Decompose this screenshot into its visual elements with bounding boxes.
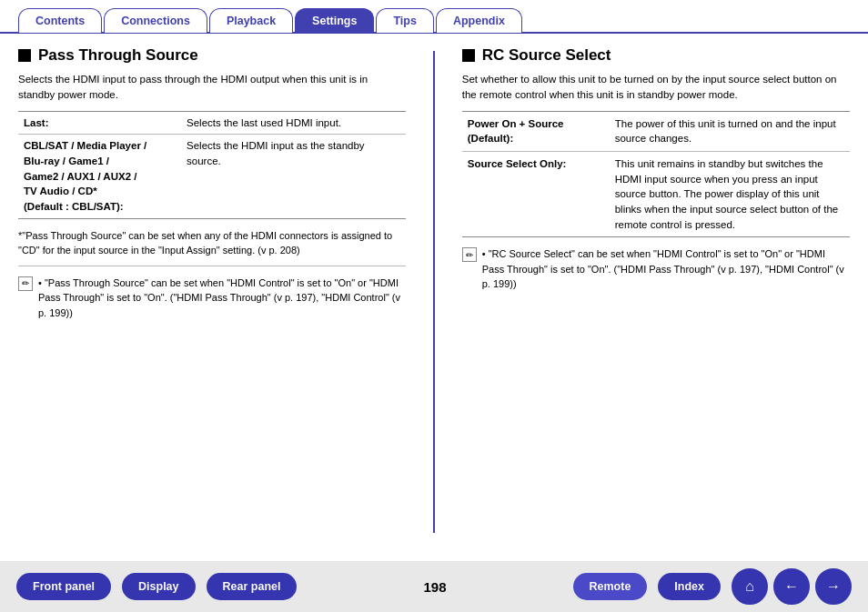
right-section-title: RC Source Select: [482, 46, 611, 65]
table-cell-value: Selects the last used HDMI input.: [181, 111, 406, 135]
remote-button[interactable]: Remote: [573, 573, 648, 600]
rc-table-cell-label: Source Select Only:: [462, 151, 610, 236]
nav-tabs: Contents Connections Playback Settings T…: [0, 0, 868, 34]
rc-table-cell-label: Power On + Source(Default):: [462, 111, 610, 151]
table-cell-value: Selects the HDMI input as the standby so…: [181, 135, 406, 218]
table-row: CBL/SAT / Media Player /Blu-ray / Game1 …: [18, 135, 406, 218]
right-section-desc: Set whether to allow this unit to be tur…: [462, 72, 850, 104]
tab-connections[interactable]: Connections: [104, 8, 207, 33]
front-panel-button[interactable]: Front panel: [16, 573, 111, 600]
rc-table-cell-value: This unit remains in standby but switche…: [610, 151, 850, 236]
tab-tips[interactable]: Tips: [376, 8, 433, 33]
table-cell-label: CBL/SAT / Media Player /Blu-ray / Game1 …: [18, 135, 181, 218]
tab-appendix[interactable]: Appendix: [436, 8, 522, 33]
tab-settings[interactable]: Settings: [295, 8, 374, 33]
table-row: Source Select Only: This unit remains in…: [462, 151, 850, 236]
tab-contents[interactable]: Contents: [18, 8, 102, 33]
pencil-symbol-right: ✏: [462, 247, 477, 262]
page-number: 198: [308, 579, 561, 595]
display-button[interactable]: Display: [122, 573, 195, 600]
section-square-icon: [18, 49, 31, 62]
tab-playback[interactable]: Playback: [209, 8, 293, 33]
left-pencil-note: ✏ • "Pass Through Source" can be set whe…: [18, 276, 406, 321]
table-cell-label: Last:: [18, 111, 181, 135]
main-content: Pass Through Source Selects the HDMI inp…: [0, 34, 868, 543]
pencil-symbol: ✏: [18, 276, 33, 291]
left-section-title: Pass Through Source: [38, 46, 198, 65]
pencil-icon-right: ✏: [462, 247, 477, 292]
home-button[interactable]: ⌂: [732, 568, 768, 605]
pencil-icon: ✏: [18, 276, 33, 321]
index-button[interactable]: Index: [658, 573, 721, 600]
bottom-nav: Front panel Display Rear panel 198 Remot…: [0, 561, 868, 612]
rear-panel-button[interactable]: Rear panel: [207, 573, 298, 600]
right-pencil-note: ✏ • "RC Source Select" can be set when "…: [462, 246, 850, 292]
asterisk-note: *"Pass Through Source" can be set when a…: [18, 228, 406, 266]
left-section-heading: Pass Through Source: [18, 46, 406, 65]
left-section-desc: Selects the HDMI input to pass through t…: [18, 72, 406, 104]
bottom-icon-group: ⌂ ← →: [732, 568, 852, 605]
pass-through-table: Last: Selects the last used HDMI input. …: [18, 111, 406, 219]
forward-button[interactable]: →: [815, 568, 852, 605]
left-pencil-text: • "Pass Through Source" can be set when …: [38, 276, 406, 321]
left-panel: Pass Through Source Selects the HDMI inp…: [18, 46, 406, 534]
right-panel: RC Source Select Set whether to allow th…: [462, 46, 850, 534]
right-pencil-text: • "RC Source Select" can be set when "HD…: [482, 246, 850, 292]
right-section-heading: RC Source Select: [462, 46, 850, 65]
panel-divider: [433, 51, 435, 533]
table-row: Power On + Source(Default): The power of…: [462, 111, 850, 151]
table-row: Last: Selects the last used HDMI input.: [18, 111, 406, 135]
rc-source-table: Power On + Source(Default): The power of…: [462, 111, 850, 238]
back-button[interactable]: ←: [773, 568, 810, 605]
section-square-icon-right: [462, 49, 475, 62]
rc-table-cell-value: The power of this unit is turned on and …: [610, 111, 850, 151]
